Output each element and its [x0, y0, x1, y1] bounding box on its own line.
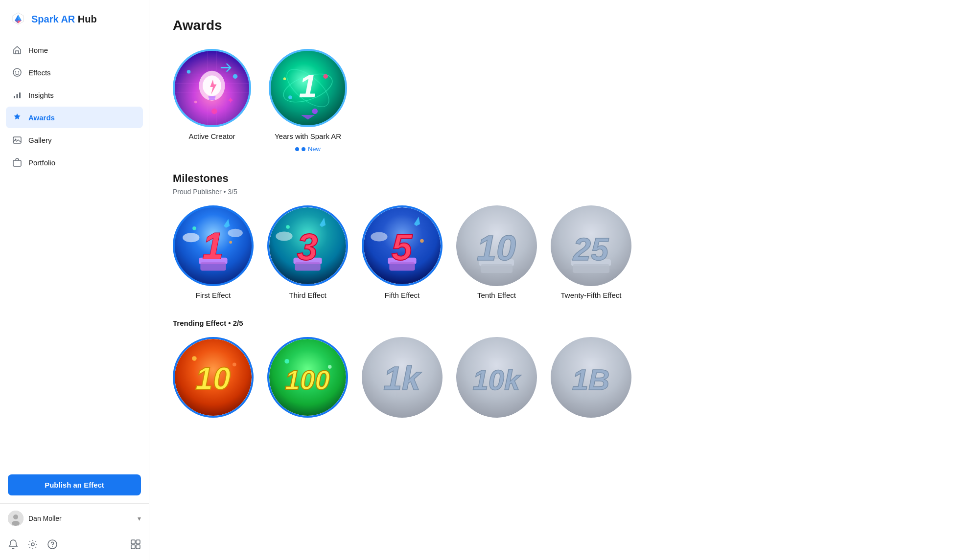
- sidebar-item-awards[interactable]: Awards: [6, 107, 143, 128]
- sidebar-item-home[interactable]: Home: [6, 39, 143, 61]
- svg-point-4: [18, 71, 19, 72]
- layout-icon[interactable]: [130, 539, 141, 552]
- svg-text:10: 10: [195, 360, 231, 396]
- sidebar-item-effects[interactable]: Effects: [6, 62, 143, 83]
- fifth-effect-badge: 5: [362, 205, 443, 286]
- third-effect-badge: 3: [267, 205, 348, 286]
- sidebar-label-insights: Insights: [28, 91, 54, 99]
- svg-rect-5: [14, 96, 15, 98]
- first-effect-name: First Effect: [196, 291, 231, 299]
- twentyfifth-effect-badge: 25: [551, 205, 631, 286]
- new-label: New: [308, 145, 321, 153]
- svg-point-13: [12, 521, 20, 526]
- svg-rect-33: [209, 98, 215, 100]
- svg-point-12: [13, 515, 18, 519]
- effects-icon: [12, 67, 23, 78]
- publish-btn-area: Publish an Effect: [0, 469, 149, 503]
- svg-point-59: [286, 225, 290, 229]
- svg-rect-32: [208, 96, 215, 98]
- svg-text:10: 10: [477, 228, 516, 268]
- milestones-section: Milestones Proud Publisher • 3/5 1: [173, 172, 956, 299]
- svg-text:1B: 1B: [572, 363, 610, 396]
- trending-badge-5: 1B: [551, 337, 631, 418]
- svg-point-81: [328, 365, 332, 369]
- svg-text:100: 100: [285, 365, 330, 395]
- tenth-effect-name: Tenth Effect: [477, 291, 516, 299]
- tenth-effect-badge: 10: [456, 205, 537, 286]
- awards-icon: [12, 112, 23, 123]
- milestone-card-tenth-effect: 10 Tenth Effect: [456, 205, 537, 299]
- svg-point-65: [420, 239, 424, 243]
- trending-badge-4: 10k: [456, 337, 537, 418]
- trending-badge-1: 10: [173, 337, 254, 418]
- trending-badge-3: 1k: [362, 337, 443, 418]
- logo-area: Spark AR Hub: [0, 0, 149, 36]
- sidebar-item-gallery[interactable]: Gallery: [6, 129, 143, 151]
- svg-rect-18: [136, 540, 140, 544]
- svg-rect-6: [17, 94, 18, 98]
- svg-point-58: [276, 231, 292, 241]
- svg-point-53: [229, 241, 232, 244]
- svg-text:5: 5: [392, 226, 413, 268]
- sidebar-nav: Home Effects Insights Awards: [0, 36, 149, 469]
- years-spark-tag: New: [295, 145, 321, 153]
- notifications-icon[interactable]: [8, 539, 19, 552]
- trending-section: Trending Effect • 2/5 10: [173, 319, 956, 418]
- svg-text:25: 25: [572, 231, 609, 267]
- trending-card-3: 1k: [362, 337, 443, 418]
- years-spark-badge: 1: [269, 49, 347, 127]
- sidebar-item-insights[interactable]: Insights: [6, 84, 143, 106]
- svg-text:1: 1: [203, 225, 223, 267]
- svg-rect-8: [13, 137, 21, 143]
- user-dropdown-icon[interactable]: ▾: [138, 515, 141, 522]
- milestone-card-twentyfifth-effect: 25 Twenty-Fifth Effect: [551, 205, 631, 299]
- third-effect-name: Third Effect: [289, 291, 326, 299]
- svg-point-42: [323, 74, 328, 79]
- gallery-icon: [12, 134, 23, 145]
- svg-point-50: [183, 233, 199, 242]
- milestones-row: 1 First Effect: [173, 205, 956, 299]
- fifth-effect-name: Fifth Effect: [385, 291, 420, 299]
- sidebar-label-portfolio: Portfolio: [28, 158, 55, 167]
- active-creator-name: Active Creator: [188, 132, 235, 140]
- twentyfifth-effect-name: Twenty-Fifth Effect: [561, 291, 622, 299]
- svg-point-35: [233, 74, 238, 79]
- insights-icon: [12, 90, 23, 100]
- svg-point-51: [228, 229, 242, 237]
- trending-card-5: 1B: [551, 337, 631, 418]
- svg-rect-7: [19, 92, 21, 98]
- svg-point-45: [283, 77, 286, 80]
- user-area: Dan Moller ▾: [0, 503, 149, 533]
- svg-rect-17: [131, 540, 135, 544]
- publish-effect-button[interactable]: Publish an Effect: [8, 474, 141, 495]
- settings-icon[interactable]: [27, 539, 38, 552]
- help-icon[interactable]: [47, 539, 58, 552]
- svg-rect-20: [136, 545, 140, 549]
- sidebar-label-awards: Awards: [28, 113, 55, 122]
- user-avatar: [8, 511, 23, 526]
- award-card-active-creator: Active Creator: [173, 49, 251, 153]
- svg-point-34: [187, 70, 191, 74]
- trending-card-1: 10: [173, 337, 254, 418]
- home-icon: [12, 45, 23, 55]
- milestones-title: Milestones: [173, 172, 956, 185]
- svg-point-36: [194, 101, 197, 104]
- trending-card-4: 10k: [456, 337, 537, 418]
- milestone-card-third-effect: 3 Third Effect: [267, 205, 348, 299]
- trending-badge-2: 100: [267, 337, 348, 418]
- sidebar-item-portfolio[interactable]: Portfolio: [6, 152, 143, 173]
- logo-spark: Spark AR: [31, 14, 75, 24]
- sidebar: Spark AR Hub Home Effects Insights: [0, 0, 149, 560]
- svg-point-64: [371, 232, 387, 241]
- first-effect-badge: 1: [173, 205, 254, 286]
- trending-row: 10 100: [173, 337, 956, 418]
- award-card-years-spark: 1 Years with Spark AR New: [269, 49, 347, 153]
- trending-card-2: 100: [267, 337, 348, 418]
- milestones-subtitle: Proud Publisher • 3/5: [173, 188, 956, 196]
- logo-hub: Hub: [78, 14, 97, 24]
- new-dot: [302, 147, 305, 151]
- svg-text:1: 1: [299, 68, 317, 104]
- svg-text:1k: 1k: [383, 359, 422, 397]
- main-content: Awards: [149, 0, 979, 560]
- spark-ar-logo-icon: [10, 11, 26, 27]
